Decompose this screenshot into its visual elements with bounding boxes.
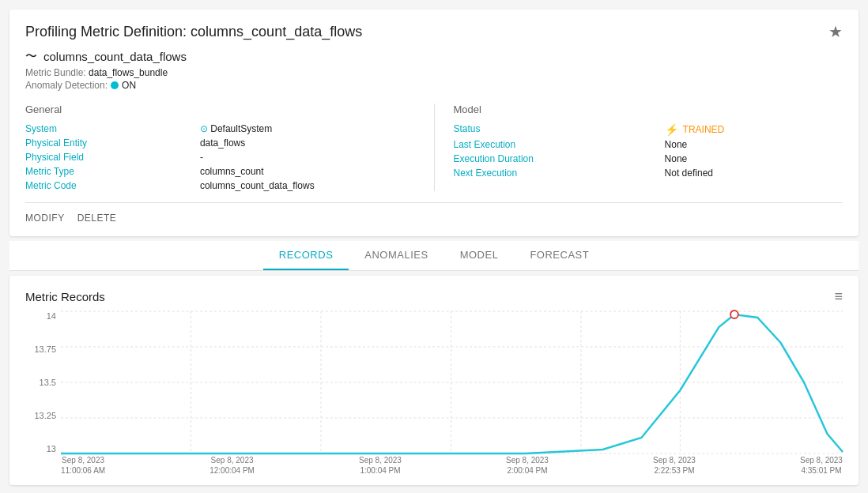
model-last-exec-value: None [665,139,843,150]
bundle-value: data_flows_bundle [89,67,168,78]
x-label-1: Sep 8, 202312:00:04 PM [209,455,255,477]
x-label-4: Sep 8, 20232:22:53 PM [653,455,696,477]
general-entity-value: data_flows [200,137,415,149]
anomaly-dot [111,81,119,89]
general-code-value: columns_count_data_flows [200,180,415,191]
y-axis: 14 13.75 13.5 13.25 13 [25,311,61,453]
top-card: Profiling Metric Definition: columns_cou… [9,9,859,236]
bundle-label: Metric Bundle: [25,67,86,78]
tab-records[interactable]: RECORDS [263,241,349,270]
y-label-135: 13.5 [40,378,56,387]
info-section: General System ⊙ DefaultSystem Physical … [25,103,843,191]
chart-title: Metric Records [25,290,105,303]
general-field-value: - [200,152,415,163]
tilde-icon: 〜 [25,49,37,64]
info-divider [434,103,435,191]
chart-svg [61,311,843,453]
trained-badge: TRAINED [683,124,725,135]
general-grid: System ⊙ DefaultSystem Physical Entity d… [25,123,415,191]
chart-area: 14 13.75 13.5 13.25 13 [25,311,843,477]
metric-line [61,314,843,453]
general-title: General [25,103,415,115]
general-field-label[interactable]: Physical Field [25,152,187,163]
y-label-13: 13 [47,444,56,453]
actions-row: MODIFY DELETE [25,202,843,224]
tab-anomalies[interactable]: ANOMALIES [349,241,443,270]
star-icon[interactable]: ★ [828,22,843,41]
general-entity-label[interactable]: Physical Entity [25,137,187,149]
model-grid: Status ⚡ TRAINED Last Execution None Exe… [454,123,843,179]
metric-bundle-row: Metric Bundle: data_flows_bundle [25,67,843,78]
model-exec-duration-label[interactable]: Execution Duration [454,153,652,164]
peak-point [730,310,738,318]
general-col: General System ⊙ DefaultSystem Physical … [25,103,415,191]
tab-forecast[interactable]: FORECAST [514,241,605,270]
model-next-exec-label[interactable]: Next Execution [454,167,652,179]
y-label-1325: 13.25 [34,411,56,420]
x-label-5: Sep 8, 20234:35:01 PM [800,455,843,477]
model-col: Model Status ⚡ TRAINED Last Execution No… [454,103,843,191]
y-label-1375: 13.75 [34,344,56,354]
general-code-label[interactable]: Metric Code [25,180,187,191]
page-title: Profiling Metric Definition: columns_cou… [25,24,362,40]
anomaly-row: Anomaly Detection: ON [25,80,843,91]
system-icon: ⊙ [200,123,210,134]
modify-button[interactable]: MODIFY [25,213,65,224]
anomaly-status: ON [122,80,136,91]
model-status-label[interactable]: Status [454,123,652,134]
general-type-label[interactable]: Metric Type [25,166,187,177]
tab-model[interactable]: MODEL [444,241,515,270]
top-card-header: Profiling Metric Definition: columns_cou… [25,22,843,41]
model-exec-duration-value: None [665,153,843,164]
y-label-14: 14 [47,311,56,321]
general-system-value: ⊙ DefaultSystem [200,123,415,134]
model-title: Model [454,103,843,115]
bolt-icon: ⚡ [665,123,678,136]
tabs-bar: RECORDS ANOMALIES MODEL FORECAST [9,241,859,271]
chart-header: Metric Records ≡ [25,288,843,305]
chart-inner [61,311,843,453]
general-type-value: columns_count [200,166,415,177]
model-status-value: ⚡ TRAINED [665,123,843,136]
model-last-exec-label[interactable]: Last Execution [454,139,652,150]
page-wrapper: Profiling Metric Definition: columns_cou… [0,0,868,493]
general-system-label[interactable]: System [25,123,187,134]
filter-icon[interactable]: ≡ [834,288,843,305]
metric-name-row: 〜 columns_count_data_flows [25,49,843,64]
x-label-2: Sep 8, 20231:00:04 PM [359,455,402,477]
x-label-3: Sep 8, 20232:00:04 PM [506,455,549,477]
x-label-0: Sep 8, 202311:00:06 AM [61,455,105,477]
model-next-exec-value: Not defined [665,167,843,179]
anomaly-label: Anomaly Detection: [25,80,108,91]
metric-name: columns_count_data_flows [43,50,187,63]
chart-card: Metric Records ≡ 14 13.75 13.5 13.25 13 [9,276,859,485]
delete-button[interactable]: DELETE [77,213,117,224]
x-axis-labels: Sep 8, 202311:00:06 AM Sep 8, 202312:00:… [61,455,843,477]
